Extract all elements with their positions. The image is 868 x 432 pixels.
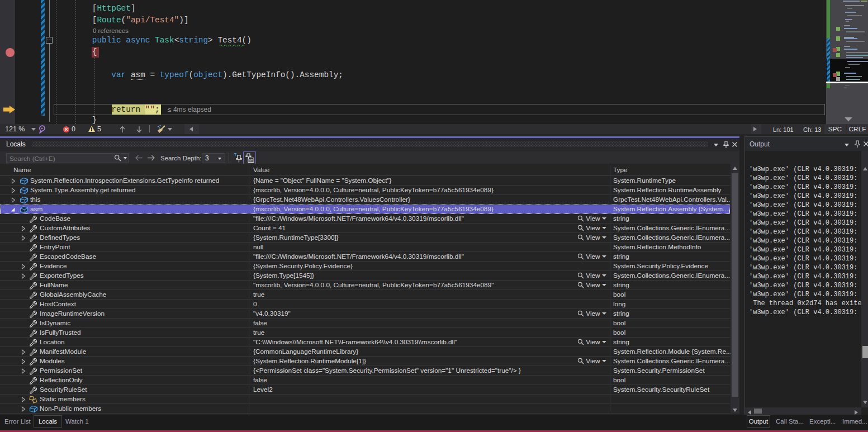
svg-text:ab: ab [249, 158, 253, 162]
